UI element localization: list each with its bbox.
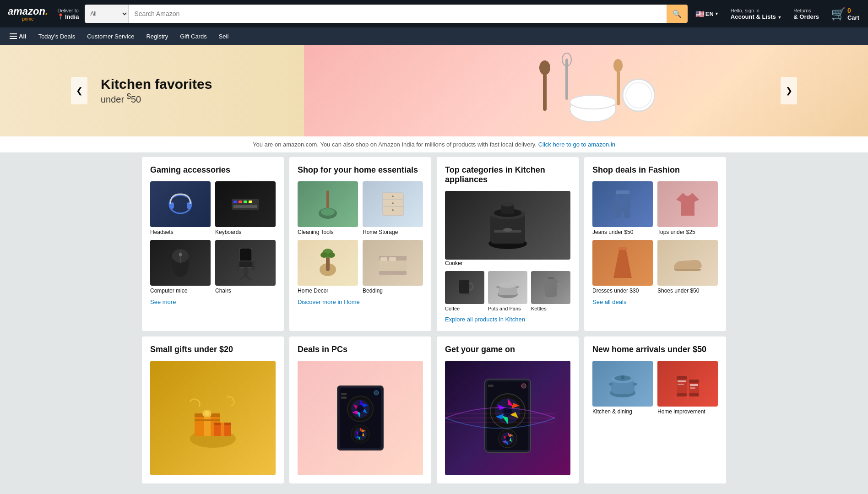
svg-rect-16 (244, 201, 247, 203)
search-bar: All Electronics Books Clothing Kitchen 🔍 (85, 5, 687, 23)
pcs-card-title: Deals in PCs (298, 345, 423, 354)
main-content: Gaming accessories Headsets (137, 152, 731, 488)
all-menu-button[interactable]: All (5, 30, 32, 43)
svg-rect-106 (621, 375, 624, 379)
fashion-see-more[interactable]: See all deals (592, 299, 718, 305)
dress-image (592, 240, 653, 286)
cleaning-label: Cleaning Tools (298, 229, 358, 235)
gaming-chairs-item[interactable]: Chairs (215, 240, 276, 294)
pcs-image[interactable] (298, 361, 423, 475)
svg-point-8 (623, 79, 655, 111)
deliver-country: India (65, 13, 79, 20)
kettle-image (531, 271, 570, 304)
amazon-logo[interactable]: amazon. prime (5, 6, 51, 22)
svg-point-77 (205, 411, 209, 416)
site-header: amazon. prime Deliver to 📍 India All Ele… (0, 0, 868, 27)
home-arrivals-title: New home arrivals under $50 (592, 345, 718, 354)
gaming-card-title: Gaming accessories (150, 165, 276, 175)
gaming-see-more[interactable]: See more (150, 299, 276, 305)
svg-point-5 (570, 95, 616, 109)
bedding-label: Bedding (363, 288, 423, 294)
headsets-label: Headsets (150, 229, 211, 235)
svg-rect-63 (515, 286, 519, 288)
svg-rect-65 (616, 190, 629, 194)
home-decor-item[interactable]: Home Decor (298, 240, 358, 294)
returns-sub: & Orders (793, 13, 819, 20)
nav-today-deals[interactable]: Today's Deals (33, 30, 81, 43)
gaming-keyboards-item[interactable]: Keyboards (215, 181, 276, 235)
keyboard-image (215, 181, 276, 227)
svg-rect-14 (233, 201, 237, 203)
dresses-item[interactable]: Dresses under $30 (592, 240, 653, 294)
nav-gift-cards[interactable]: Gift Cards (175, 30, 212, 43)
mice-label: Computer mice (150, 288, 211, 294)
svg-rect-107 (609, 383, 613, 385)
account-menu[interactable]: Hello, sign in Account & Lists ▼ (727, 5, 786, 22)
svg-rect-113 (678, 384, 684, 385)
cart-button[interactable]: 🛒 0 Cart (827, 5, 863, 23)
kettles-item[interactable]: Kettles (531, 271, 570, 311)
gaming-headsets-item[interactable]: Headsets (150, 181, 211, 235)
account-label: Hello, sign in (731, 8, 782, 13)
search-category-select[interactable]: All Electronics Books Clothing Kitchen (85, 5, 129, 23)
home-essentials-see-more[interactable]: Discover more in Home (298, 299, 423, 305)
top-cards-grid: Gaming accessories Headsets (142, 157, 726, 331)
search-input[interactable] (129, 5, 666, 23)
nav-registry[interactable]: Registry (141, 30, 173, 43)
main-navbar: All Today's Deals Customer Service Regis… (0, 27, 868, 45)
svg-point-6 (613, 59, 623, 72)
deliver-to[interactable]: Deliver to 📍 India (55, 6, 81, 22)
cleaning-tools-item[interactable]: Cleaning Tools (298, 181, 358, 235)
gifts-image[interactable] (150, 361, 276, 475)
jeans-item[interactable]: Jeans under $50 (592, 181, 653, 235)
banner-next-button[interactable]: ❯ (781, 77, 797, 104)
svg-line-29 (245, 276, 251, 280)
home-storage-item[interactable]: Home Storage (363, 181, 423, 235)
home-improvement-item[interactable]: Home improvement (657, 361, 718, 415)
home-essentials-card: Shop for your home essentials Cleaning T… (289, 157, 431, 331)
gifts-card-title: Small gifts under $20 (150, 345, 276, 354)
flag-icon: 🇺🇸 (695, 10, 705, 18)
banner-prev-button[interactable]: ❮ (71, 77, 87, 104)
nav-customer-service[interactable]: Customer Service (82, 30, 139, 43)
svg-rect-47 (389, 257, 396, 261)
cooker-area[interactable]: Cooker (445, 191, 570, 266)
kitchen-dining-label: Kitchen & dining (592, 408, 653, 415)
svg-rect-1 (543, 74, 547, 111)
coffee-image (445, 271, 484, 304)
kitchen-see-more[interactable]: Explore all products in Kitchen (445, 316, 570, 323)
language-selector[interactable]: 🇺🇸 EN ▼ (691, 7, 723, 21)
svg-rect-117 (690, 384, 698, 386)
pin-icon: 📍 (57, 13, 64, 20)
bedding-image (363, 240, 423, 286)
coffee-item[interactable]: Coffee (445, 271, 484, 311)
india-notice-link[interactable]: Click here to go to amazon.in (538, 141, 615, 148)
gifts-card: Small gifts under $20 (142, 337, 284, 483)
svg-rect-15 (239, 201, 242, 203)
kettles-label: Kettles (531, 306, 570, 311)
svg-rect-115 (689, 380, 699, 383)
returns-menu[interactable]: Returns & Orders (789, 5, 823, 22)
tops-label: Tops under $25 (657, 229, 718, 235)
shoes-label: Shoes under $50 (657, 288, 718, 294)
svg-rect-18 (233, 205, 257, 208)
storage-label: Home Storage (363, 229, 423, 235)
decor-image (298, 240, 358, 286)
pots-item[interactable]: Pots and Pans (488, 271, 527, 311)
nav-sell[interactable]: Sell (214, 30, 234, 43)
svg-rect-57 (459, 280, 469, 293)
kitchen-card-title: Top categories in Kitchen appliances (445, 165, 570, 185)
svg-point-37 (392, 202, 394, 204)
svg-rect-48 (379, 271, 407, 275)
chevron-left-icon: ❮ (76, 86, 83, 96)
tops-item[interactable]: Tops under $25 (657, 181, 718, 235)
gaming-bottom-image[interactable] (445, 361, 570, 475)
gaming-mice-item[interactable]: Computer mice (150, 240, 211, 294)
kitchen-dining-item[interactable]: Kitchen & dining (592, 361, 653, 415)
shoes-item[interactable]: Shoes under $50 (657, 240, 718, 294)
search-button[interactable]: 🔍 (667, 5, 688, 23)
bedding-item[interactable]: Bedding (363, 240, 423, 294)
gaming-items-grid: Headsets Keyboards (150, 181, 276, 294)
chairs-label: Chairs (215, 288, 276, 294)
home-essentials-title: Shop for your home essentials (298, 165, 423, 175)
